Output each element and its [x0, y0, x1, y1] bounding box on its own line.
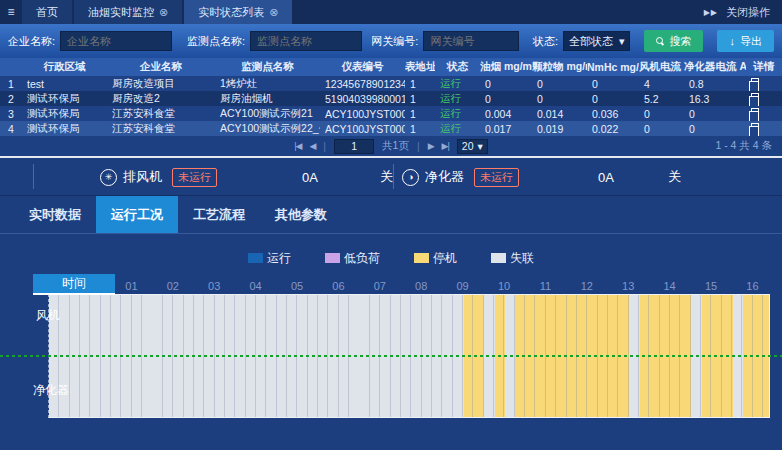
search-icon — [656, 37, 664, 45]
topbar-tab-label: 实时状态列表 — [198, 5, 264, 20]
timeline-track-风机[interactable] — [49, 295, 769, 356]
table-row[interactable]: 4测试环保局江苏安科食堂ACY100测试示例22_传感器原始数ACY100JYS… — [0, 121, 782, 136]
legend-swatch — [414, 253, 429, 263]
fan-status-badge: 未运行 — [172, 168, 217, 187]
table-row[interactable]: 3测试环保局江苏安科食堂ACY100测试示例21ACY100JYST00011运… — [0, 106, 782, 121]
enterprise-cell: 江苏安科食堂 — [107, 121, 215, 136]
search-button-label: 搜索 — [669, 34, 691, 49]
forward-arrows-icon[interactable]: ▶▶ — [704, 8, 718, 17]
table-row[interactable]: 1test厨房改造项目1烤炉灶123456789012341运行00040.8 — [0, 76, 782, 91]
purifier-status-badge: 未运行 — [474, 168, 519, 187]
close-operations-button[interactable]: 关闭操作 — [726, 5, 770, 20]
detail-icon[interactable] — [751, 108, 759, 118]
topbar-tab-label: 首页 — [36, 5, 58, 20]
fan-device: ✳ 排风机 未运行 — [100, 158, 217, 196]
hour-label: 05 — [291, 280, 303, 292]
hour-label: 10 — [498, 280, 510, 292]
tab-工艺流程[interactable]: 工艺流程 — [178, 196, 260, 233]
tab-运行工况[interactable]: 运行工况 — [96, 196, 178, 233]
fan-icon: ✳ — [100, 169, 117, 186]
grid-lines — [49, 356, 769, 417]
detail-cell[interactable] — [746, 76, 782, 91]
filter-bar: 企业名称: 监测点名称: 网关编号: 状态: 全部状态 ▾ 搜索 ↓ 导出 — [0, 24, 782, 58]
first-page-icon[interactable]: |◀ — [294, 141, 301, 151]
legend-item: 停机 — [414, 250, 457, 266]
topbar-tab[interactable]: 油烟实时监控⊗ — [74, 0, 182, 24]
chart-legend: 运行低负荷停机失联 — [0, 250, 782, 266]
tab-其他参数[interactable]: 其他参数 — [260, 196, 342, 233]
point-input[interactable] — [250, 31, 362, 51]
point-cell: ACY100测试示例21 — [215, 106, 320, 121]
grid-lines — [49, 295, 769, 356]
purifier-current-cell: 0.8 — [684, 76, 746, 91]
page-number-input[interactable] — [334, 139, 374, 154]
detail-icon[interactable] — [751, 93, 759, 103]
tab-实时数据[interactable]: 实时数据 — [14, 196, 96, 233]
tab-close-icon[interactable]: ⊗ — [269, 6, 278, 19]
page-size-select[interactable]: 20 ▾ — [457, 139, 488, 154]
prev-page-icon[interactable]: ◀ — [309, 141, 315, 151]
purifier-name: 净化器 — [425, 168, 464, 186]
detail-cell[interactable] — [746, 91, 782, 106]
table-row[interactable]: 2测试环保局厨房改造2厨房油烟机519040399800011运行0005.21… — [0, 91, 782, 106]
divider — [393, 164, 394, 189]
particles-cell: 0 — [532, 76, 587, 91]
status-timeline-chart: 时间 0001020304050607080910111213141516 风机… — [0, 274, 782, 418]
smoke-cell: 0 — [480, 91, 532, 106]
download-icon: ↓ — [729, 35, 735, 47]
enterprise-input[interactable] — [60, 31, 172, 51]
chevron-down-icon: ▾ — [478, 140, 483, 152]
detail-cell[interactable] — [746, 121, 782, 136]
last-page-icon[interactable]: ▶| — [442, 141, 449, 151]
region-cell: 测试环保局 — [22, 91, 107, 106]
topbar-tabs: 首页油烟实时监控⊗实时状态列表⊗ — [22, 0, 294, 24]
row-index: 1 — [0, 76, 22, 91]
table-header-row: 行政区域企业名称监测点名称仪表编号表地址状态油烟 mg/m³颗粒物 mg/m³N… — [0, 58, 782, 76]
search-button[interactable]: 搜索 — [644, 30, 703, 52]
column-header: NmHc mg/m³ — [587, 58, 639, 76]
fan-current-cell: 4 — [639, 76, 684, 91]
column-header: 监测点名称 — [215, 58, 320, 76]
status-select[interactable]: 全部状态 ▾ — [563, 31, 631, 51]
region-cell: 测试环保局 — [22, 106, 107, 121]
nmhc-cell: 0 — [587, 76, 639, 91]
purifier-current-cell: 16.3 — [684, 91, 746, 106]
enterprise-label: 企业名称: — [8, 34, 55, 49]
region-cell: 测试环保局 — [22, 121, 107, 136]
meter-no-cell: 12345678901234 — [320, 76, 405, 91]
detail-cell[interactable] — [746, 106, 782, 121]
point-cell: 1烤炉灶 — [215, 76, 320, 91]
table-body: 1test厨房改造项目1烤炉灶123456789012341运行00040.82… — [0, 76, 782, 136]
gateway-input[interactable] — [423, 31, 519, 51]
menu-icon[interactable]: ≡ — [0, 0, 22, 24]
column-header: 仪表编号 — [320, 58, 405, 76]
device-status-row: ✳ 排风机 未运行 0A 关 ◑ 净化器 未运行 0A 关 — [0, 158, 782, 196]
index-column-header — [0, 58, 22, 76]
next-page-icon[interactable]: ▶ — [428, 141, 434, 151]
fan-current-cell: 5.2 — [639, 91, 684, 106]
total-pages-label: 共1页 — [382, 139, 409, 153]
hour-label: 04 — [249, 280, 261, 292]
particles-cell: 0.014 — [532, 106, 587, 121]
tab-close-icon[interactable]: ⊗ — [159, 6, 168, 19]
meter-no-cell: ACY100JYST0001 — [320, 106, 405, 121]
point-cell: ACY100测试示例22_传感器原始数 — [215, 121, 320, 136]
export-button[interactable]: ↓ 导出 — [717, 30, 774, 52]
topbar-tab-label: 油烟实时监控 — [88, 5, 154, 20]
detail-icon[interactable] — [751, 123, 759, 133]
detail-icon[interactable] — [751, 78, 759, 88]
fan-current-value: 0A — [302, 158, 318, 196]
record-range-label: 1 - 4 共 4 条 — [715, 136, 772, 156]
timeline-track-净化器[interactable] — [49, 356, 769, 417]
legend-item: 失联 — [491, 250, 534, 266]
column-header: 油烟 mg/m³ — [480, 58, 532, 76]
topbar-tab[interactable]: 实时状态列表⊗ — [184, 0, 292, 24]
pagination-bar: |◀ ◀ | 共1页 | ▶ ▶| 20 ▾ 1 - 4 共 4 条 — [0, 136, 782, 156]
row-index: 3 — [0, 106, 22, 121]
column-header: 风机电流 A — [639, 58, 684, 76]
topbar-tab[interactable]: 首页 — [22, 0, 72, 24]
fan-name: 排风机 — [123, 168, 162, 186]
point-cell: 厨房油烟机 — [215, 91, 320, 106]
monitor-table: 行政区域企业名称监测点名称仪表编号表地址状态油烟 mg/m³颗粒物 mg/m³N… — [0, 58, 782, 136]
legend-label: 低负荷 — [344, 250, 380, 267]
